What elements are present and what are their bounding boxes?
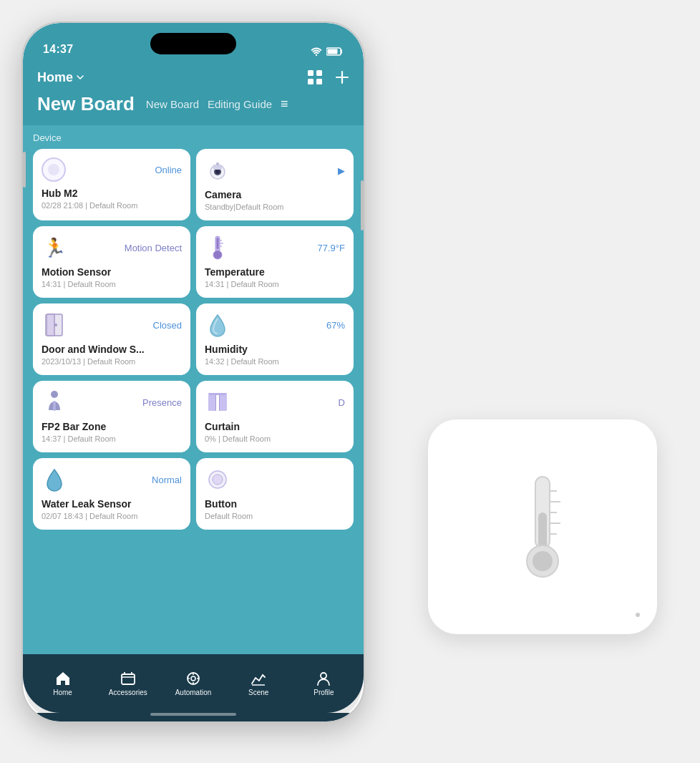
tab-third[interactable]: Editing Guide: [208, 98, 272, 110]
profile-nav-icon: [316, 671, 331, 686]
device-card-button[interactable]: Button Default Room: [196, 458, 354, 530]
card-top: Normal: [42, 467, 182, 492]
humidity-name: Humidity: [205, 344, 345, 355]
phone-frame: 14:37 Home: [21, 21, 365, 723]
svg-point-30: [213, 475, 223, 485]
nav-scene[interactable]: Scene: [226, 671, 291, 696]
presence-icon: [42, 389, 67, 415]
nav-profile-label: Profile: [313, 689, 334, 696]
humidity-info: 14:32 | Default Room: [205, 357, 345, 366]
wifi-icon: [311, 47, 322, 56]
svg-rect-23: [53, 401, 56, 411]
menu-icon[interactable]: ≡: [281, 97, 288, 112]
card-top: 77.9°F: [205, 235, 345, 261]
button-name: Button: [205, 498, 345, 510]
hub-inner: [48, 164, 59, 175]
svg-rect-31: [122, 674, 135, 684]
card-top: Presence: [42, 389, 182, 415]
chevron-down-icon: [77, 75, 84, 79]
device-card-curtain[interactable]: D Curtain 0% | Default Room: [196, 381, 354, 452]
tab-main[interactable]: New Board: [37, 93, 135, 115]
svg-rect-13: [217, 238, 219, 249]
thermometer-small-icon: [208, 235, 228, 261]
device-grid: Online Hub M2 02/28 21:08 | Default Room: [33, 149, 354, 535]
hub-m2-status: Online: [155, 165, 182, 175]
camera-svg: [206, 159, 229, 182]
nav-home[interactable]: Home: [30, 671, 95, 696]
svg-rect-4: [316, 70, 322, 76]
home-indicator: [23, 713, 364, 721]
nav-automation-label: Automation: [175, 689, 212, 696]
motion-icon: 🏃: [42, 235, 67, 261]
device-card-motion[interactable]: 🏃 Motion Detect Motion Sensor 14:31 | De…: [33, 226, 190, 298]
humidity-icon: [205, 312, 230, 338]
phone-screen: 14:37 Home: [23, 23, 364, 721]
bottom-nav: Home Accessories: [23, 654, 364, 713]
camera-name: Camera: [205, 189, 345, 200]
nav-accessories[interactable]: Accessories: [95, 671, 160, 696]
button-svg: [207, 469, 228, 490]
camera-info: Standby|Default Room: [205, 203, 345, 211]
droplet-svg: [208, 313, 227, 337]
water-icon: [42, 467, 67, 492]
section-label: Device: [33, 132, 354, 143]
door-name: Door and Window S...: [42, 344, 182, 355]
nav-home-label: Home: [53, 689, 72, 696]
temp-status: 77.9°F: [318, 243, 345, 253]
plus-icon[interactable]: [335, 70, 349, 84]
sensor-indicator-dot: [636, 613, 640, 617]
nav-profile[interactable]: Profile: [291, 671, 356, 696]
card-top: D: [205, 389, 345, 415]
tabs-row: New Board New Board Editing Guide ≡: [37, 93, 349, 115]
door-icon: [42, 312, 67, 338]
home-label: Home: [37, 70, 73, 85]
svg-point-9: [215, 170, 220, 174]
home-dropdown[interactable]: Home: [37, 70, 84, 85]
tab-second[interactable]: New Board: [146, 98, 199, 110]
device-card-camera[interactable]: ▶ Camera Standby|Default Room: [196, 149, 354, 220]
temp-icon: [205, 235, 230, 261]
curtain-svg: [207, 392, 228, 413]
battery-icon: [326, 47, 344, 56]
motion-name: Motion Sensor: [42, 266, 182, 278]
camera-status: ▶: [338, 165, 345, 176]
svg-point-22: [51, 391, 58, 398]
nav-automation[interactable]: Automation: [160, 671, 225, 696]
card-top: [205, 467, 345, 492]
scene-nav-icon: [251, 671, 266, 686]
status-time: 14:37: [43, 43, 73, 56]
grid-icon[interactable]: [306, 69, 324, 86]
curtain-status: D: [339, 397, 345, 408]
hub-m2-name: Hub M2: [42, 188, 182, 199]
accessories-nav-icon: [120, 671, 136, 686]
device-card-hub-m2[interactable]: Online Hub M2 02/28 21:08 | Default Room: [33, 149, 190, 220]
fp2-name: FP2 Bar Zone: [42, 421, 182, 432]
svg-point-0: [316, 54, 317, 56]
motion-info: 14:31 | Default Room: [42, 280, 182, 288]
device-card-water[interactable]: Normal Water Leak Sensor 02/07 18:43 | D…: [33, 458, 190, 530]
svg-point-20: [54, 324, 57, 326]
thermometer-large-svg: [507, 470, 578, 584]
device-card-temperature[interactable]: 77.9°F Temperature 14:31 | Default Room: [196, 226, 354, 298]
device-card-door[interactable]: Closed Door and Window S... 2023/10/13 |…: [33, 303, 190, 375]
curtain-icon: [205, 389, 230, 415]
svg-rect-24: [208, 393, 227, 395]
hub-m2-info: 02/28 21:08 | Default Room: [42, 201, 182, 210]
temp-info: 14:31 | Default Room: [205, 280, 345, 288]
svg-point-42: [321, 673, 326, 679]
svg-rect-19: [47, 314, 54, 336]
temp-name: Temperature: [205, 266, 345, 278]
home-nav-icon: [55, 671, 71, 686]
device-card-humidity[interactable]: 67% Humidity 14:32 | Default Room: [196, 303, 354, 375]
svg-rect-3: [308, 70, 313, 76]
svg-rect-2: [328, 49, 338, 54]
door-info: 2023/10/13 | Default Room: [42, 357, 182, 366]
device-card-fp2[interactable]: Presence FP2 Bar Zone 14:37 | Default Ro…: [33, 381, 190, 452]
fp2-status: Presence: [142, 397, 182, 408]
svg-rect-10: [213, 165, 222, 170]
button-icon: [205, 467, 230, 492]
card-top: 67%: [205, 312, 345, 338]
water-name: Water Leak Sensor: [42, 498, 182, 510]
hub-icon: [42, 157, 66, 182]
water-svg: [45, 467, 64, 492]
